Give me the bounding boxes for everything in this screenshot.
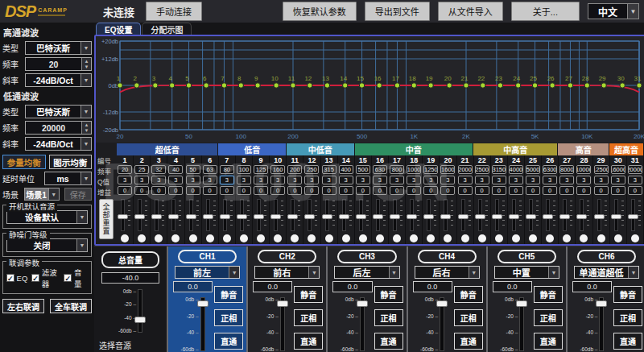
- channel-gain-value[interactable]: 0.0: [332, 281, 372, 292]
- eq-band-point[interactable]: [428, 83, 433, 88]
- slider-handle[interactable]: [287, 214, 298, 219]
- band-gain-slider[interactable]: [593, 197, 609, 233]
- band-bypass-button[interactable]: [171, 234, 180, 242]
- band-gain-slider[interactable]: [627, 197, 643, 233]
- eq-band-point[interactable]: [186, 83, 191, 88]
- band-gain-slider[interactable]: [610, 197, 626, 233]
- eq-band-point[interactable]: [343, 83, 348, 88]
- eq-band-point[interactable]: [516, 83, 521, 88]
- channel-gain-slider[interactable]: 0db-20-40-60db: [571, 294, 613, 352]
- band-freq-input[interactable]: 315: [322, 165, 336, 174]
- spinner-arrows[interactable]: ▲▼: [81, 58, 91, 70]
- band-gain-slider[interactable]: [440, 197, 456, 233]
- slider-handle[interactable]: [390, 214, 400, 219]
- band-gain-input[interactable]: 0: [134, 186, 149, 195]
- band-gain-slider[interactable]: [542, 197, 558, 233]
- slider-handle[interactable]: [594, 214, 605, 219]
- channel-title-button[interactable]: CH3: [337, 250, 396, 263]
- band-gain-slider[interactable]: [559, 197, 575, 233]
- slider-handle[interactable]: [151, 214, 162, 219]
- slider-handle[interactable]: [304, 214, 315, 219]
- band-q-input[interactable]: 3: [440, 176, 455, 184]
- slider-handle[interactable]: [611, 214, 621, 219]
- band-bypass-button[interactable]: [257, 234, 265, 242]
- band-freq-input[interactable]: 1600: [440, 165, 455, 174]
- band-bypass-button[interactable]: [274, 234, 282, 242]
- slider-handle[interactable]: [339, 214, 349, 219]
- band-freq-input[interactable]: 3150: [492, 165, 506, 174]
- channel-strip-ch3[interactable]: CH3后左▼0.00db-20-40-60db静音正相直通延时: ms0.00: [326, 246, 406, 352]
- band-gain-input[interactable]: 0: [576, 186, 591, 195]
- band-q-input[interactable]: 3: [287, 176, 302, 184]
- checkbox-滤波器[interactable]: ✓: [31, 274, 39, 282]
- channel-title-button[interactable]: CH1: [178, 250, 237, 263]
- band-bypass-button[interactable]: [512, 234, 520, 242]
- band-gain-input[interactable]: 0: [254, 186, 268, 195]
- tab-eq-settings[interactable]: EQ设置: [96, 23, 141, 35]
- mute-button[interactable]: 静音: [374, 286, 403, 303]
- band-q-input[interactable]: 3: [168, 176, 183, 184]
- band-bypass-button[interactable]: [393, 234, 401, 242]
- channel-gain-slider[interactable]: 0db-20-40-60db: [251, 294, 294, 352]
- hpf-slope-select[interactable]: -24dB/Oct ▼: [25, 73, 92, 87]
- eq-band-point[interactable]: [170, 83, 175, 88]
- eq-band-point[interactable]: [394, 83, 399, 88]
- slider-handle[interactable]: [237, 214, 247, 219]
- band-gain-input[interactable]: 0: [287, 186, 302, 195]
- slider-handle[interactable]: [436, 300, 448, 307]
- channel-name-select[interactable]: 前左▼: [175, 266, 240, 279]
- channel-name-select[interactable]: 单通道超低▼: [574, 266, 639, 279]
- spinner-arrows[interactable]: ▲▼: [81, 122, 91, 134]
- band-gain-slider[interactable]: [151, 197, 167, 233]
- band-bypass-button[interactable]: [359, 234, 367, 242]
- direct-button[interactable]: 直通: [534, 333, 563, 350]
- slider-handle[interactable]: [168, 214, 179, 219]
- band-gain-input[interactable]: 0: [118, 186, 132, 195]
- band-gain-slider[interactable]: [389, 197, 405, 233]
- band-bypass-button[interactable]: [138, 234, 146, 242]
- band-freq-input[interactable]: 500: [356, 165, 370, 174]
- channel-name-select[interactable]: 前右▼: [254, 266, 320, 279]
- band-freq-input[interactable]: 160: [270, 165, 285, 174]
- channel-strip-ch4[interactable]: CH4后右▼0.00db-20-40-60db静音正相直通延时: ms0.00: [407, 246, 486, 352]
- band-freq-input[interactable]: 8000: [559, 165, 574, 174]
- band-gain-input[interactable]: 0: [628, 186, 642, 195]
- eq-band-point[interactable]: [377, 83, 382, 88]
- channel-name-select[interactable]: 后左▼: [334, 266, 399, 279]
- lr-link-button[interactable]: 左右联调: [2, 299, 44, 313]
- band-gain-input[interactable]: 0: [390, 186, 404, 195]
- band-q-input[interactable]: 3: [220, 176, 234, 184]
- band-gain-slider[interactable]: [287, 197, 303, 233]
- band-q-input[interactable]: 3: [322, 176, 336, 184]
- band-q-input[interactable]: 3: [458, 176, 473, 184]
- band-q-input[interactable]: 3: [576, 176, 591, 184]
- channel-title-button[interactable]: CH4: [418, 250, 477, 263]
- band-bypass-button[interactable]: [223, 234, 231, 242]
- mute-button[interactable]: 静音: [454, 286, 483, 303]
- band-gain-slider[interactable]: [303, 197, 320, 233]
- band-q-input[interactable]: 3: [492, 176, 506, 184]
- mute-button[interactable]: 静音: [214, 286, 243, 303]
- direct-button[interactable]: 直通: [454, 333, 483, 350]
- band-freq-input[interactable]: 40: [168, 165, 183, 174]
- band-bypass-button[interactable]: [121, 234, 129, 242]
- channel-gain-slider[interactable]: 0db-20-40-60db: [171, 294, 214, 352]
- band-gain-slider[interactable]: [525, 197, 541, 233]
- hpf-type-select[interactable]: 巴特沃斯 ▼: [25, 41, 92, 55]
- band-gain-input[interactable]: 0: [440, 186, 455, 195]
- band-freq-input[interactable]: 200: [287, 165, 302, 174]
- band-gain-input[interactable]: 0: [594, 186, 609, 195]
- band-freq-input[interactable]: 2000: [458, 165, 473, 174]
- eq-band-point[interactable]: [584, 83, 589, 88]
- slider-handle[interactable]: [134, 214, 145, 219]
- slider-handle[interactable]: [357, 300, 368, 307]
- channel-gain-value[interactable]: 0.0: [572, 281, 612, 292]
- band-freq-input[interactable]: 400: [339, 165, 353, 174]
- slider-handle[interactable]: [118, 214, 128, 219]
- channel-strip-ch1[interactable]: CH1前左▼0.00db-20-40-60db静音正相直通延时: ms0.00: [167, 246, 246, 352]
- band-gain-input[interactable]: 0: [237, 186, 251, 195]
- band-freq-input[interactable]: 12500: [594, 165, 609, 174]
- band-freq-input[interactable]: 80: [220, 165, 234, 174]
- channel-gain-value[interactable]: 0.0: [413, 281, 452, 292]
- all-link-button[interactable]: 全车联调: [50, 299, 92, 313]
